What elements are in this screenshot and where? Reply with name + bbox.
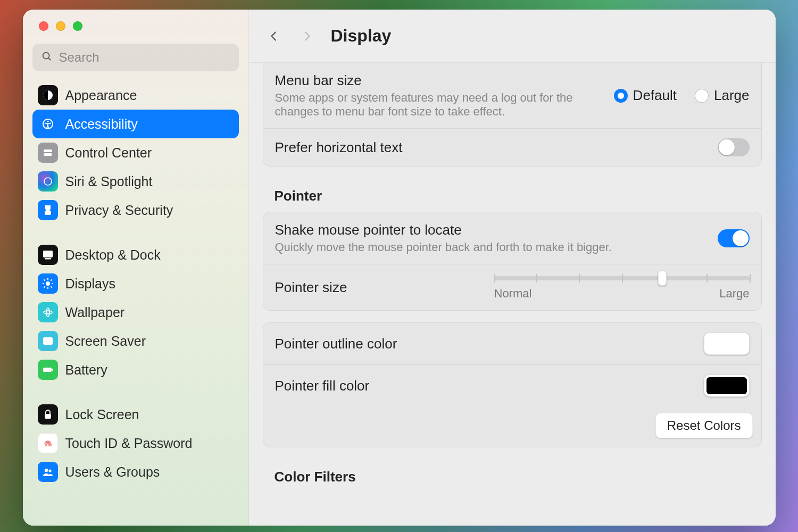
sidebar-item-desktop-dock[interactable]: Desktop & Dock <box>32 240 239 269</box>
sidebar-item-label: Desktop & Dock <box>65 247 161 263</box>
sidebar-item-privacy-security[interactable]: Privacy & Security <box>32 196 239 225</box>
svg-rect-26 <box>45 414 51 419</box>
sidebar-item-label: Screen Saver <box>65 334 146 349</box>
sidebar-item-lock-screen[interactable]: Lock Screen <box>32 400 239 429</box>
wallpaper-icon <box>38 302 58 322</box>
main-pane: Display Menu bar size Some apps or syste… <box>249 10 776 526</box>
svg-rect-5 <box>44 149 52 152</box>
lock-screen-icon <box>38 404 58 425</box>
sidebar-item-label: Accessibility <box>65 117 138 132</box>
page-title: Display <box>331 26 392 46</box>
sidebar-item-users-groups[interactable]: Users & Groups <box>32 458 239 486</box>
sidebar-item-accessibility[interactable]: Accessibility <box>32 110 239 138</box>
panel-pointer: Shake mouse pointer to locate Quickly mo… <box>263 212 762 311</box>
nav-back-button[interactable] <box>265 27 283 45</box>
menubar-size-label: Menu bar size <box>275 72 603 89</box>
svg-line-17 <box>51 286 52 287</box>
pointer-section-title: Pointer <box>275 188 762 204</box>
svg-point-27 <box>44 469 47 472</box>
sidebar-item-label: Privacy & Security <box>65 203 173 218</box>
search-input[interactable] <box>59 50 230 65</box>
screen-saver-icon <box>38 331 58 351</box>
nav-forward-button[interactable] <box>298 27 316 45</box>
window-close-button[interactable] <box>39 21 48 31</box>
sidebar-item-wallpaper[interactable]: Wallpaper <box>32 298 239 327</box>
panel-pointer-colors: Pointer outline color Pointer fill color <box>263 322 762 447</box>
sidebar-item-label: Battery <box>65 362 107 378</box>
accessibility-icon <box>38 114 58 134</box>
svg-point-22 <box>46 308 49 317</box>
sidebar-item-label: Control Center <box>65 145 152 161</box>
sidebar-item-touch-id[interactable]: Touch ID & Password <box>32 429 239 458</box>
sidebar-search[interactable] <box>32 44 239 71</box>
sidebar-item-label: Wallpaper <box>65 305 125 320</box>
sidebar: Appearance Accessibility Control Center … <box>23 10 249 526</box>
svg-line-1 <box>48 58 50 60</box>
panel-text: Menu bar size Some apps or system featur… <box>263 63 762 167</box>
menubar-size-large-radio[interactable]: Large <box>695 87 750 104</box>
svg-rect-23 <box>43 337 53 345</box>
sidebar-item-label: Appearance <box>65 88 137 103</box>
svg-rect-25 <box>52 369 53 371</box>
battery-icon <box>38 360 58 380</box>
sidebar-item-control-center[interactable]: Control Center <box>32 138 239 167</box>
sidebar-item-appearance[interactable]: Appearance <box>32 81 239 110</box>
content-scroll[interactable]: Menu bar size Some apps or system featur… <box>249 63 776 526</box>
menubar-size-default-radio[interactable]: Default <box>614 87 677 104</box>
prefer-horizontal-switch[interactable] <box>718 138 750 156</box>
displays-icon <box>38 273 58 294</box>
pointer-fill-label: Pointer fill color <box>275 378 370 394</box>
svg-line-18 <box>44 286 45 287</box>
pointer-size-thumb[interactable] <box>658 271 667 286</box>
sidebar-item-siri-spotlight[interactable]: Siri & Spotlight <box>32 167 239 196</box>
sidebar-item-label: Touch ID & Password <box>65 436 193 451</box>
svg-point-11 <box>46 281 50 286</box>
sidebar-item-displays[interactable]: Displays <box>32 269 239 298</box>
svg-point-21 <box>44 311 52 314</box>
touch-id-icon <box>38 433 58 453</box>
shake-locate-label: Shake mouse pointer to locate <box>275 222 612 238</box>
svg-rect-9 <box>43 251 53 257</box>
window-zoom-button[interactable] <box>73 21 82 31</box>
pointer-outline-label: Pointer outline color <box>275 336 397 352</box>
settings-window: Appearance Accessibility Control Center … <box>23 10 776 526</box>
sidebar-item-label: Lock Screen <box>65 407 139 422</box>
privacy-icon <box>38 200 58 220</box>
svg-rect-24 <box>43 368 52 372</box>
search-icon <box>41 51 53 64</box>
svg-line-19 <box>51 280 52 281</box>
sidebar-item-label: Siri & Spotlight <box>65 174 153 189</box>
appearance-icon <box>38 85 58 105</box>
pointer-outline-colorwell[interactable] <box>704 332 750 355</box>
shake-locate-sub: Quickly move the mouse pointer back and … <box>275 240 612 254</box>
users-groups-icon <box>38 462 58 482</box>
color-filters-section-title: Color Filters <box>275 469 762 485</box>
sidebar-item-battery[interactable]: Battery <box>32 355 239 384</box>
sidebar-item-label: Displays <box>65 276 115 292</box>
pointer-fill-colorwell[interactable] <box>704 375 750 397</box>
svg-point-28 <box>48 469 51 472</box>
pointer-size-max-label: Large <box>719 287 749 301</box>
control-center-icon <box>38 143 58 163</box>
sidebar-item-screen-saver[interactable]: Screen Saver <box>32 327 239 355</box>
content-header: Display <box>249 10 776 63</box>
svg-line-16 <box>44 280 45 281</box>
menubar-size-sub: Some apps or system features may need a … <box>275 91 603 119</box>
sidebar-item-label: Users & Groups <box>65 464 160 480</box>
svg-rect-8 <box>45 211 51 215</box>
window-minimize-button[interactable] <box>56 21 65 31</box>
pointer-size-slider[interactable]: Normal Large <box>494 274 750 301</box>
shake-locate-switch[interactable] <box>718 229 750 247</box>
pointer-size-min-label: Normal <box>494 287 532 301</box>
svg-rect-6 <box>44 153 52 156</box>
menubar-size-radios: Default Large <box>614 87 750 104</box>
svg-point-4 <box>47 121 48 122</box>
reset-colors-button[interactable]: Reset Colors <box>655 413 753 438</box>
prefer-horizontal-label: Prefer horizontal text <box>275 139 403 156</box>
pointer-size-label: Pointer size <box>275 279 347 296</box>
svg-point-0 <box>43 53 49 59</box>
svg-point-7 <box>44 178 52 185</box>
traffic-lights <box>23 21 248 31</box>
siri-icon <box>38 171 58 192</box>
svg-rect-10 <box>45 258 51 260</box>
